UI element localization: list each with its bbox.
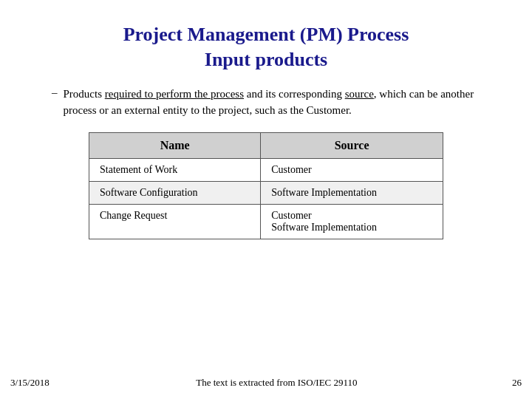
source-link: source xyxy=(345,88,374,100)
footer-area: 3/15/2018 The text is extracted from ISO… xyxy=(0,377,532,389)
footer-date: 3/15/2018 xyxy=(10,377,50,389)
footer-page-number: 26 xyxy=(504,377,522,389)
bullet-text: Products required to perform the process… xyxy=(64,86,488,119)
title-line2: Input products xyxy=(205,49,327,70)
row2-name: Software Configuration xyxy=(89,181,261,204)
input-products-table: Name Source Statement of Work Customer S… xyxy=(89,132,443,239)
bullet-dash: – xyxy=(52,86,58,99)
row3-source: CustomerSoftware Implementation xyxy=(261,204,443,239)
required-link: required to perform the process xyxy=(105,88,244,100)
col-header-source: Source xyxy=(261,132,443,158)
bullet-row: – Products required to perform the proce… xyxy=(52,86,488,119)
row2-source: Software Implementation xyxy=(261,181,443,204)
bullet-section: – Products required to perform the proce… xyxy=(44,86,488,119)
footer-center-text: The text is extracted from ISO/IEC 29110 xyxy=(50,377,504,389)
row1-name: Statement of Work xyxy=(89,158,261,181)
table-row: Change Request CustomerSoftware Implemen… xyxy=(89,204,443,239)
title-line1: Project Management (PM) Process xyxy=(123,24,409,45)
col-header-name: Name xyxy=(89,132,261,158)
table-wrapper: Name Source Statement of Work Customer S… xyxy=(89,132,443,239)
slide-container: Project Management (PM) Process Input pr… xyxy=(0,0,532,399)
slide-title: Project Management (PM) Process Input pr… xyxy=(44,22,488,72)
title-block: Project Management (PM) Process Input pr… xyxy=(44,22,488,72)
row1-source: Customer xyxy=(261,158,443,181)
table-row: Software Configuration Software Implemen… xyxy=(89,181,443,204)
row3-name: Change Request xyxy=(89,204,261,239)
table-row: Statement of Work Customer xyxy=(89,158,443,181)
